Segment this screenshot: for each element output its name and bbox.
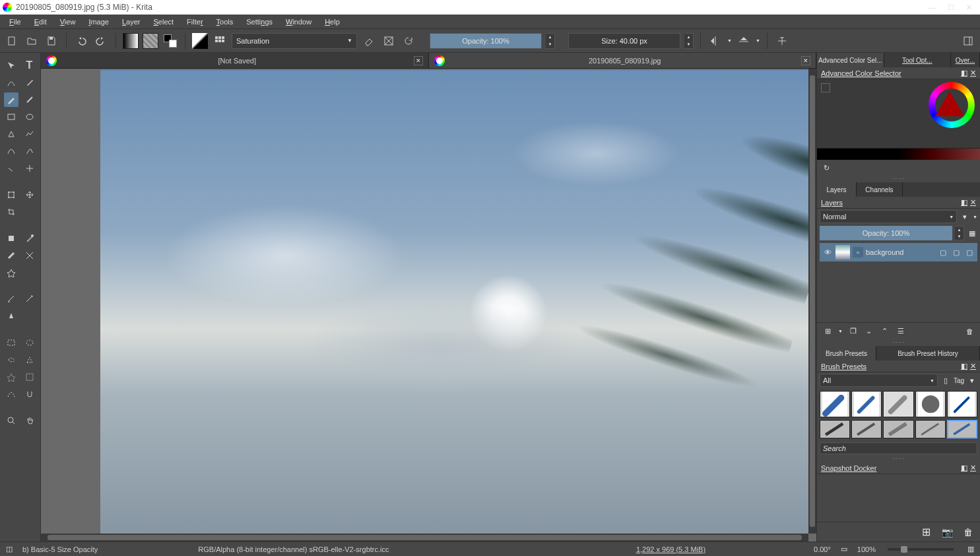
alpha-lock-button[interactable]	[381, 33, 397, 49]
zoom-slider[interactable]	[888, 548, 954, 551]
brush-preset-selected[interactable]	[947, 420, 977, 438]
freehand-select-tool[interactable]	[4, 353, 18, 367]
ellipse-tool[interactable]	[22, 110, 37, 124]
brush-preset[interactable]	[820, 420, 850, 438]
close-button[interactable]: ✕	[966, 3, 972, 12]
text-tool[interactable]: T	[22, 58, 37, 73]
float-icon[interactable]: ◧	[961, 69, 967, 77]
chevron-down-icon[interactable]: ▼	[756, 38, 760, 43]
visibility-icon[interactable]: 👁	[822, 247, 833, 258]
minimize-button[interactable]: —	[929, 3, 936, 12]
dock-grip[interactable]: ⋯⋯	[817, 456, 980, 462]
brush-preset[interactable]	[883, 391, 913, 417]
close-icon[interactable]: ✕	[970, 464, 976, 472]
brush-preset[interactable]	[915, 391, 946, 417]
freehand-brush-tool[interactable]	[4, 92, 18, 107]
menu-image[interactable]: Image	[82, 17, 115, 27]
tab-channels[interactable]: Channels	[857, 182, 903, 197]
close-icon[interactable]: ✕	[970, 198, 976, 207]
smart-fill-tool[interactable]	[4, 265, 18, 280]
similar-select-tool[interactable]	[22, 370, 37, 384]
float-icon[interactable]: ◧	[961, 198, 967, 207]
close-icon[interactable]: ✕	[970, 362, 976, 370]
duplicate-layer-button[interactable]: ❐	[848, 326, 859, 337]
bezier-select-tool[interactable]	[4, 387, 18, 401]
preset-search-input[interactable]: Search	[820, 442, 977, 454]
filter-icon[interactable]: ▾	[960, 211, 970, 222]
chevron-down-icon[interactable]: ▼	[727, 38, 732, 43]
vertical-scrollbar[interactable]	[808, 69, 816, 534]
zoom-fit-icon[interactable]: ▭	[839, 544, 849, 555]
brush-preset[interactable]	[915, 420, 946, 438]
mirror-horizontal-button[interactable]	[707, 33, 723, 49]
menu-select[interactable]: Select	[147, 17, 181, 27]
preset-tag-filter[interactable]: All▼	[820, 374, 938, 387]
rectangle-tool[interactable]	[4, 110, 18, 124]
float-icon[interactable]: ◧	[961, 464, 967, 472]
rect-select-tool[interactable]	[4, 335, 18, 350]
storage-icon[interactable]: ▾	[967, 375, 977, 386]
menu-filter[interactable]: Filter	[180, 17, 209, 27]
canvas[interactable]	[41, 69, 816, 541]
tab-advanced-color[interactable]: Advanced Color Sel...	[817, 53, 884, 67]
contiguous-select-tool[interactable]	[4, 370, 18, 384]
layer-lock-icon[interactable]: ▢	[938, 247, 948, 258]
new-file-button[interactable]	[4, 33, 20, 49]
float-icon[interactable]: ◧	[961, 362, 967, 370]
maximize-button[interactable]: ☐	[948, 3, 954, 12]
multibrush-tool[interactable]	[22, 161, 37, 176]
dock-grip[interactable]: ⋯⋯	[817, 176, 980, 182]
tab-brush-presets[interactable]: Brush Presets	[817, 346, 876, 361]
gradient-button[interactable]	[123, 33, 139, 49]
brush-preset[interactable]	[820, 391, 850, 417]
delete-layer-button[interactable]: 🗑	[964, 326, 975, 337]
selection-mode-icon[interactable]: ◫	[4, 544, 15, 555]
layer-extra-icon[interactable]: ▦	[967, 228, 977, 238]
brush-preset[interactable]	[883, 420, 913, 438]
wrap-around-button[interactable]	[774, 33, 790, 49]
pan-tool[interactable]	[22, 413, 37, 428]
calligraphy-tool[interactable]	[22, 75, 37, 90]
menu-edit[interactable]: Edit	[28, 17, 53, 27]
menu-tools[interactable]: Tools	[210, 17, 240, 27]
opacity-stepper[interactable]: ▲▼	[546, 33, 555, 49]
measure-tool[interactable]	[22, 292, 37, 306]
move-down-button[interactable]: ⌄	[864, 326, 874, 337]
tab-overview[interactable]: Over...	[951, 53, 980, 67]
polygon-tool[interactable]	[4, 127, 18, 141]
color-refresh-icon[interactable]: ↻	[821, 162, 832, 173]
menu-settings[interactable]: Settings	[240, 17, 279, 27]
dynamic-brush-tool[interactable]	[4, 161, 18, 176]
opacity-slider[interactable]: Opacity: 100%	[430, 33, 542, 49]
move-tool[interactable]	[4, 58, 18, 73]
menu-window[interactable]: Window	[279, 17, 318, 27]
save-file-button[interactable]	[44, 33, 59, 49]
tab-tool-options[interactable]: Tool Opt...	[884, 53, 952, 67]
add-snapshot-button[interactable]: ⊞	[921, 527, 931, 538]
edit-shapes-tool[interactable]	[4, 75, 18, 90]
open-file-button[interactable]	[24, 33, 40, 49]
eraser-mode-button[interactable]	[361, 33, 377, 49]
menu-file[interactable]: File	[3, 17, 28, 27]
tab-layers[interactable]: Layers	[817, 182, 857, 197]
delete-snapshot-button[interactable]: 🗑	[963, 527, 973, 538]
redo-button[interactable]	[93, 33, 109, 49]
dock-grip[interactable]: ⋯⋯	[817, 339, 980, 346]
size-stepper[interactable]: ▲▼	[684, 33, 694, 49]
layer-prop-icon[interactable]: ▢	[964, 247, 975, 258]
layer-blend-select[interactable]: Normal▼	[820, 210, 957, 223]
brush-preset[interactable]	[851, 420, 882, 438]
zoom-tool[interactable]	[4, 413, 18, 428]
status-zoom[interactable]: 100%	[857, 545, 876, 553]
layer-row[interactable]: 👁 ▫ background ▢ ▢ ▢	[820, 243, 977, 261]
brush-settings-button[interactable]	[212, 33, 228, 49]
fill-tool[interactable]	[4, 231, 18, 246]
mirror-vertical-button[interactable]	[736, 33, 752, 49]
assistant-tool[interactable]	[4, 292, 18, 306]
layer-name[interactable]: background	[866, 248, 935, 256]
move-up-button[interactable]: ⌃	[880, 326, 890, 337]
magnetic-select-tool[interactable]	[22, 387, 37, 401]
crop-tool[interactable]	[4, 205, 18, 219]
tab-brush-history[interactable]: Brush Preset History	[876, 346, 980, 361]
color-history-strip[interactable]	[817, 148, 980, 160]
